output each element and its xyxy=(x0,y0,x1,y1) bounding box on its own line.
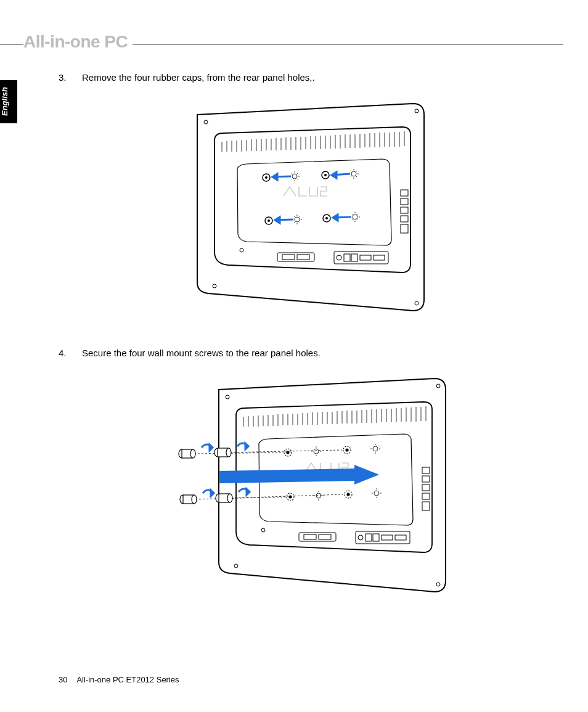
page-header: All-in-one PC xyxy=(0,36,588,53)
svg-point-190 xyxy=(227,494,232,502)
svg-point-150 xyxy=(346,449,348,451)
product-title: All-in-one PC xyxy=(23,32,133,52)
svg-marker-193 xyxy=(211,490,214,496)
step-text: Secure the four wall mount screws to the… xyxy=(82,346,551,361)
svg-point-154 xyxy=(347,493,349,496)
instruction-step: 4. Secure the four wall mount screws to … xyxy=(59,346,551,361)
figure-secure-screws xyxy=(59,372,551,603)
language-tab: English xyxy=(0,80,17,123)
step-text: Remove the four rubber caps, from the re… xyxy=(82,71,551,85)
svg-point-41 xyxy=(324,174,327,176)
page-footer: 30 All-in-one PC ET2012 Series xyxy=(59,675,179,684)
svg-point-187 xyxy=(192,495,197,504)
svg-point-43 xyxy=(267,219,270,222)
step-number: 4. xyxy=(59,346,82,361)
footer-title: All-in-one PC ET2012 Series xyxy=(76,675,179,684)
svg-point-45 xyxy=(325,217,328,219)
rear-panel-illustration-1 xyxy=(179,97,431,319)
rear-panel-illustration-2 xyxy=(157,372,453,600)
svg-point-39 xyxy=(265,176,267,179)
page-number: 30 xyxy=(59,675,67,684)
svg-marker-191 xyxy=(210,444,213,451)
svg-point-148 xyxy=(287,451,289,454)
svg-point-181 xyxy=(190,449,195,458)
instruction-step: 3. Remove the four rubber caps, from the… xyxy=(59,71,551,85)
step-number: 3. xyxy=(59,71,82,85)
svg-point-184 xyxy=(226,448,231,457)
page-content: 3. Remove the four rubber caps, from the… xyxy=(59,71,551,628)
figure-remove-caps xyxy=(59,97,551,322)
